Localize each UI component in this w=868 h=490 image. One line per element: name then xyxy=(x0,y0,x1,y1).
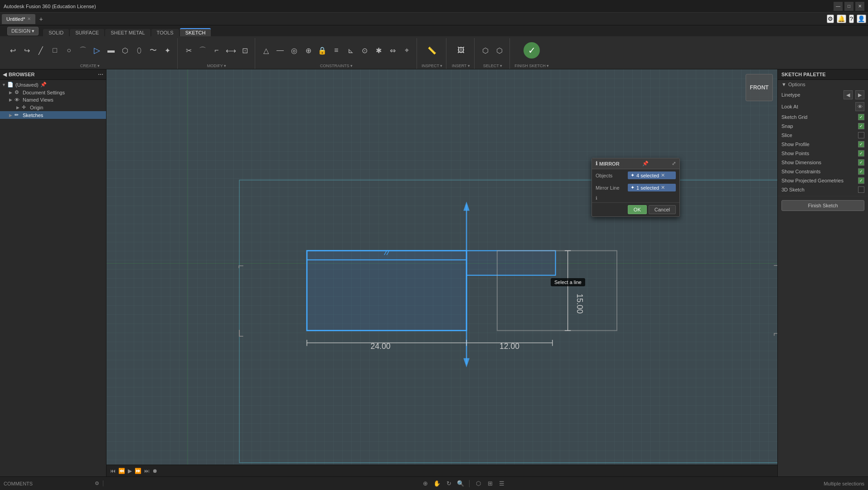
objects-value[interactable]: ✦ 4 selected ✕ xyxy=(628,172,676,179)
playback-skip-start[interactable]: ⏮ xyxy=(110,468,116,474)
measure-tool[interactable]: 📏 xyxy=(426,44,438,57)
arc-tool[interactable]: ⌒ xyxy=(77,44,89,57)
ribbon-tab-sheet-metal[interactable]: SHEET METAL xyxy=(105,29,150,36)
new-tab-button[interactable]: + xyxy=(36,14,46,24)
playback-play[interactable]: ▶ xyxy=(128,468,132,474)
coincident-constraint[interactable]: △ xyxy=(260,44,272,57)
sketch-grid-checkbox[interactable] xyxy=(858,114,864,120)
objects-clear-button[interactable]: ✕ xyxy=(661,172,665,178)
show-profile-checkbox[interactable] xyxy=(858,141,864,147)
browser-options-icon[interactable]: ⋯ xyxy=(98,71,103,78)
select-tool[interactable]: ⬡ xyxy=(479,44,492,57)
objects-selected-value: 4 selected xyxy=(636,173,659,178)
equal-constraint[interactable]: ✱ xyxy=(372,44,385,57)
browser-item-sketches[interactable]: ▶ ✏ Sketches xyxy=(0,111,106,119)
rectangle-tool[interactable]: □ xyxy=(48,44,61,57)
undo-button[interactable]: ↩ xyxy=(6,44,19,57)
tab-close-icon[interactable]: ✕ xyxy=(27,16,31,21)
playback-skip-end[interactable]: ⏭ xyxy=(144,468,150,474)
comments-settings-icon[interactable]: ⚙ xyxy=(95,480,99,486)
ellipse-tool[interactable]: ⬯ xyxy=(133,44,145,57)
show-dimensions-label: Show Dimensions xyxy=(781,160,855,165)
mirror-line-value[interactable]: ✦ 1 selected ✕ xyxy=(628,184,676,191)
pan-tool[interactable]: ✋ xyxy=(432,479,442,489)
browser-item-named-views[interactable]: ▶ 👁 Named Views xyxy=(0,96,106,103)
close-button[interactable]: ✕ xyxy=(855,2,864,11)
grid-display-button[interactable]: ⊞ xyxy=(485,479,495,489)
notification-icon[interactable]: 🔔 xyxy=(837,15,846,23)
mirror-tool[interactable]: ⟷ xyxy=(224,44,237,57)
3d-sketch-checkbox[interactable] xyxy=(858,186,864,193)
help-icon[interactable]: ? xyxy=(849,15,854,23)
line-tool[interactable]: ╱ xyxy=(34,44,47,57)
finish-sketch-palette-button[interactable]: Finish Sketch xyxy=(781,200,864,211)
insert-image-tool[interactable]: 🖼 xyxy=(455,44,467,57)
browser-item-origin[interactable]: ▶ ✛ Origin xyxy=(0,103,106,111)
pin-dialog-button[interactable]: 📌 xyxy=(642,161,649,167)
mirror-cancel-button[interactable]: Cancel xyxy=(649,205,676,214)
maximize-button[interactable]: □ xyxy=(844,2,853,11)
sketch-palette-header: SKETCH PALETTE xyxy=(778,69,868,80)
browser-item-doc-settings-label: Document Settings xyxy=(23,90,65,95)
zoom-tool[interactable]: 🔍 xyxy=(456,479,466,489)
linetype-next-button[interactable]: ▶ xyxy=(855,90,864,99)
show-constraints-checkbox[interactable] xyxy=(858,168,864,175)
fillet-tool[interactable]: ⌐ xyxy=(210,44,223,57)
playback-step-back[interactable]: ⏪ xyxy=(118,468,125,474)
collinear-constraint[interactable]: — xyxy=(274,44,286,57)
horizontal-constraint[interactable]: ≡ xyxy=(330,44,343,57)
mirror-dialog-title: ℹ MIRROR 📌 ⤢ xyxy=(592,158,679,169)
settings-icon[interactable]: ⚙ xyxy=(827,15,834,23)
mirror-ok-button[interactable]: OK xyxy=(628,205,647,214)
ribbon-tab-solid[interactable]: SOLID xyxy=(43,29,69,36)
trim-tool[interactable]: ✂ xyxy=(182,44,195,57)
expand-dialog-icon[interactable]: ⤢ xyxy=(672,161,676,167)
symmetry-constraint[interactable]: ⇔ xyxy=(386,44,399,57)
ribbon-tab-surface[interactable]: SURFACE xyxy=(70,29,104,36)
perpendicular-constraint[interactable]: ⊾ xyxy=(344,44,357,57)
look-at-button[interactable]: 👁 xyxy=(855,102,864,111)
navigate-tool[interactable]: ⊕ xyxy=(420,479,430,489)
point-tool[interactable]: ✦ xyxy=(161,44,174,57)
browser-item-sketches-label: Sketches xyxy=(23,113,43,118)
circle-tool[interactable]: ○ xyxy=(63,44,75,57)
ribbon-tab-tools[interactable]: TOOLS xyxy=(151,29,179,36)
curvature-constraint[interactable]: ⌖ xyxy=(400,44,413,57)
collapse-options-icon[interactable]: ▼ xyxy=(781,82,786,87)
collapse-sidebar-icon[interactable]: ◀ xyxy=(3,71,7,78)
spline-tool[interactable]: 〜 xyxy=(147,44,160,57)
concentric-constraint[interactable]: ◎ xyxy=(288,44,301,57)
settings-display-button[interactable]: ☰ xyxy=(497,479,507,489)
offset-tool[interactable]: ⊡ xyxy=(238,44,251,57)
snap-checkbox[interactable] xyxy=(858,123,864,129)
browser-item-unsaved[interactable]: ▼ 📄 (Unsaved) 📌 xyxy=(0,81,106,88)
linetype-prev-button[interactable]: ◀ xyxy=(844,90,853,99)
triangle-tool[interactable]: ▷ xyxy=(91,44,103,57)
fix-constraint[interactable]: 🔒 xyxy=(316,44,329,57)
tab-untitled[interactable]: Untitled* ✕ xyxy=(2,14,35,24)
show-projected-geometries-checkbox[interactable] xyxy=(858,177,864,184)
browser-item-document-settings[interactable]: ▶ ⚙ Document Settings xyxy=(0,88,106,96)
redo-button[interactable]: ↪ xyxy=(20,44,33,57)
polygon-tool[interactable]: ⬡ xyxy=(119,44,131,57)
tangent-constraint[interactable]: ⊙ xyxy=(358,44,371,57)
playback-record[interactable]: ⏺ xyxy=(152,468,158,474)
minimize-button[interactable]: — xyxy=(834,2,843,11)
mirror-line-clear-button[interactable]: ✕ xyxy=(661,185,665,191)
finish-sketch-ribbon-button[interactable]: ✓ xyxy=(524,42,540,59)
midpoint-constraint[interactable]: ⊕ xyxy=(302,44,315,57)
dash-tool[interactable]: ▬ xyxy=(105,44,117,57)
show-dimensions-checkbox[interactable] xyxy=(858,159,864,166)
display-mode-button[interactable]: ⬡ xyxy=(473,479,483,489)
show-points-checkbox[interactable] xyxy=(858,150,864,157)
slice-checkbox[interactable] xyxy=(858,132,864,138)
select-filter-tool[interactable]: ⬡ xyxy=(493,44,506,57)
ribbon-tab-sketch[interactable]: SKETCH xyxy=(180,28,211,36)
viewport[interactable]: FRONT 24.00 xyxy=(107,69,777,490)
account-icon[interactable]: 👤 xyxy=(857,15,866,23)
design-dropdown[interactable]: DESIGN ▾ xyxy=(7,27,39,35)
extend-tool[interactable]: ⌒ xyxy=(196,44,209,57)
playback-step-forward[interactable]: ⏩ xyxy=(135,468,141,474)
named-views-icon: 👁 xyxy=(15,97,22,103)
orbit-tool[interactable]: ↻ xyxy=(444,479,454,489)
